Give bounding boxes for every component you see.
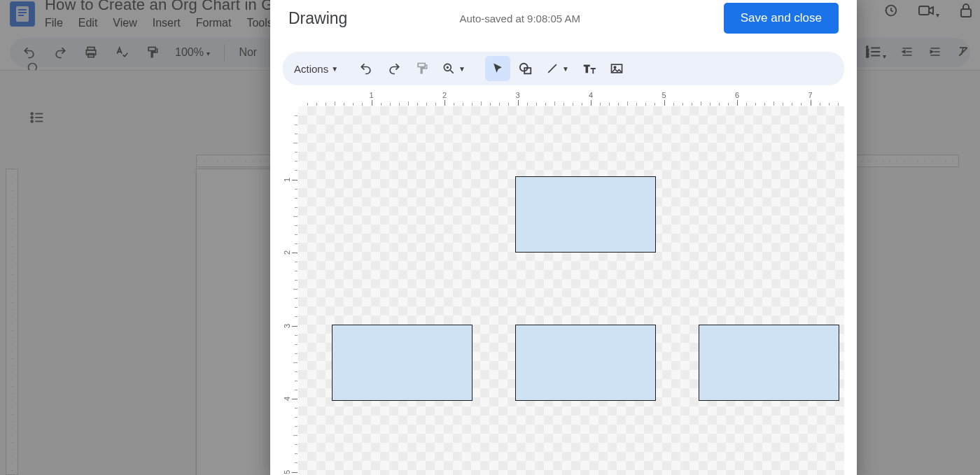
actions-menu-button[interactable]: Actions ▼ — [290, 56, 342, 81]
ruler-label: 6 — [735, 91, 739, 99]
ruler-label: 2 — [283, 250, 291, 255]
ruler-label: 4 — [283, 397, 291, 401]
ruler-label: 1 — [283, 177, 291, 181]
dialog-header: Drawing Auto-saved at 9:08:05 AM Save an… — [270, 0, 857, 41]
svg-rect-18 — [418, 64, 425, 67]
rectangle-shape[interactable] — [515, 176, 656, 253]
ruler-label: 1 — [369, 91, 373, 99]
drawing-h-ruler: 1234567 — [298, 91, 844, 106]
drawing-v-ruler: 12345 — [283, 106, 298, 475]
ruler-label: 5 — [662, 91, 666, 99]
select-tool-button[interactable] — [485, 56, 510, 81]
zoom-button[interactable]: ▼ — [438, 56, 470, 81]
shape-tool-button[interactable] — [513, 56, 538, 81]
image-tool-button[interactable] — [604, 56, 629, 81]
ruler-label: 3 — [283, 323, 291, 327]
rectangle-shape[interactable] — [332, 325, 472, 401]
autosave-status: Auto-saved at 9:08:05 AM — [347, 13, 723, 24]
dialog-title: Drawing — [288, 9, 347, 28]
line-tool-button[interactable]: ▼ — [541, 56, 573, 81]
drawing-dialog: Drawing Auto-saved at 9:08:05 AM Save an… — [270, 0, 857, 475]
redo-button[interactable] — [382, 56, 407, 81]
textbox-tool-button[interactable] — [576, 56, 601, 81]
ruler-label: 3 — [515, 91, 519, 99]
drawing-canvas-area: 1234567 12345 — [283, 91, 844, 475]
ruler-label: 2 — [442, 91, 447, 99]
caret-down-icon: ▼ — [458, 65, 465, 73]
rectangle-shape[interactable] — [699, 325, 839, 401]
undo-button[interactable] — [354, 56, 379, 81]
caret-down-icon: ▼ — [562, 65, 569, 73]
caret-down-icon: ▼ — [331, 65, 338, 73]
rectangle-shape[interactable] — [515, 325, 656, 401]
drawing-toolbar: Actions ▼ ▼ ▼ — [283, 52, 844, 85]
format-paint-button[interactable] — [410, 56, 435, 81]
svg-point-23 — [614, 66, 616, 69]
drawing-canvas[interactable] — [298, 106, 844, 475]
actions-label: Actions — [294, 63, 328, 75]
ruler-label: 4 — [589, 91, 593, 99]
save-and-close-button[interactable]: Save and close — [724, 3, 839, 34]
ruler-label: 7 — [808, 91, 812, 99]
ruler-label: 5 — [283, 469, 291, 474]
